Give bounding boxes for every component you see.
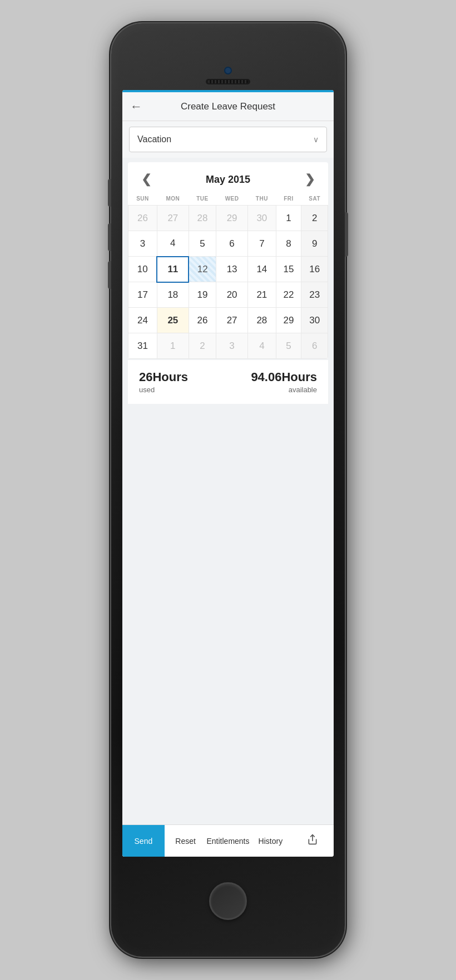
calendar-day-cell[interactable]: 22 — [276, 282, 301, 308]
calendar-day-cell[interactable]: 1 — [276, 206, 301, 231]
calendar-month-title: May 2015 — [206, 174, 250, 186]
calendar-day-cell[interactable]: 30 — [248, 206, 276, 231]
calendar-day-cell[interactable]: 18 — [157, 282, 189, 308]
entitlements-button[interactable]: Entitlements — [206, 825, 249, 857]
available-label: available — [251, 386, 317, 394]
calendar-week-row: 3456789 — [128, 231, 328, 257]
calendar-day-cell[interactable]: 26 — [128, 206, 157, 231]
weekday-sat: SAT — [301, 193, 328, 206]
calendar-day-cell[interactable]: 7 — [248, 231, 276, 257]
home-button[interactable] — [209, 882, 247, 920]
calendar-day-cell[interactable]: 26 — [189, 308, 216, 333]
calendar-day-cell[interactable]: 3 — [216, 333, 248, 359]
leave-type-dropdown[interactable]: Vacation ∨ — [129, 127, 327, 152]
chevron-down-icon: ∨ — [313, 135, 319, 144]
calendar-day-cell[interactable]: 16 — [301, 257, 328, 282]
page-title: Create Leave Request — [181, 101, 275, 112]
calendar-day-cell[interactable]: 11 — [157, 257, 189, 282]
calendar-day-cell[interactable]: 10 — [128, 257, 157, 282]
calendar-day-cell[interactable]: 29 — [276, 308, 301, 333]
history-button[interactable]: History — [250, 825, 292, 857]
calendar-week-row: 24252627282930 — [128, 308, 328, 333]
calendar-day-cell[interactable]: 24 — [128, 308, 157, 333]
calendar-day-cell[interactable]: 19 — [189, 282, 216, 308]
bottom-toolbar: Send Reset Entitlements History — [122, 824, 334, 857]
weekday-thu: THU — [248, 193, 276, 206]
phone-frame: ← Create Leave Request Vacation ∨ ❮ May … — [111, 23, 345, 957]
back-button[interactable]: ← — [130, 99, 142, 114]
calendar-day-cell[interactable]: 15 — [276, 257, 301, 282]
calendar-day-cell[interactable]: 6 — [301, 333, 328, 359]
available-number: 94.06Hours — [251, 370, 317, 384]
calendar-day-cell[interactable]: 27 — [157, 206, 189, 231]
calendar-day-cell[interactable]: 5 — [276, 333, 301, 359]
calendar-day-cell[interactable]: 21 — [248, 282, 276, 308]
send-button[interactable]: Send — [122, 825, 165, 857]
calendar-day-cell[interactable]: 29 — [216, 206, 248, 231]
phone-bottom-bar — [111, 857, 345, 946]
app-header: ← Create Leave Request — [122, 92, 334, 121]
calendar-day-cell[interactable]: 2 — [189, 333, 216, 359]
calendar-week-row: 10111213141516 — [128, 257, 328, 282]
weekday-mon: MON — [157, 193, 189, 206]
next-month-button[interactable]: ❯ — [300, 170, 319, 189]
share-button[interactable] — [291, 825, 334, 857]
calendar-body: 2627282930123456789101112131415161718192… — [128, 206, 328, 359]
back-arrow-icon: ← — [130, 99, 142, 114]
used-label: used — [139, 386, 188, 394]
phone-top-bar — [111, 23, 345, 90]
calendar-day-cell[interactable]: 3 — [128, 231, 157, 257]
used-stat: 26Hours used — [139, 370, 188, 394]
leave-type-container: Vacation ∨ — [122, 121, 334, 158]
app-container: ← Create Leave Request Vacation ∨ ❮ May … — [122, 90, 334, 857]
calendar-day-cell[interactable]: 28 — [248, 308, 276, 333]
calendar-day-cell[interactable]: 12 — [189, 257, 216, 282]
calendar-day-cell[interactable]: 1 — [157, 333, 189, 359]
calendar-day-cell[interactable]: 9 — [301, 231, 328, 257]
share-icon — [307, 834, 318, 848]
calendar-day-cell[interactable]: 6 — [216, 231, 248, 257]
calendar-week-row: 262728293012 — [128, 206, 328, 231]
speaker-grille — [206, 79, 250, 84]
calendar-grid: SUN MON TUE WED THU FRI SAT 262728293012… — [128, 193, 328, 359]
calendar-day-cell[interactable]: 30 — [301, 308, 328, 333]
calendar-nav: ❮ May 2015 ❯ — [128, 162, 328, 193]
calendar-week-row: 31123456 — [128, 333, 328, 359]
calendar-day-cell[interactable]: 14 — [248, 257, 276, 282]
calendar-weekdays-row: SUN MON TUE WED THU FRI SAT — [128, 193, 328, 206]
calendar-day-cell[interactable]: 23 — [301, 282, 328, 308]
calendar-white-box: ❮ May 2015 ❯ SUN MON TUE WED THU — [128, 162, 328, 359]
calendar-week-row: 17181920212223 — [128, 282, 328, 308]
phone-screen: ← Create Leave Request Vacation ∨ ❮ May … — [122, 90, 334, 857]
camera-sensor — [224, 67, 232, 74]
calendar-day-cell[interactable]: 5 — [189, 231, 216, 257]
available-stat: 94.06Hours available — [251, 370, 317, 394]
calendar-day-cell[interactable]: 8 — [276, 231, 301, 257]
calendar-day-cell[interactable]: 28 — [189, 206, 216, 231]
weekday-sun: SUN — [128, 193, 157, 206]
weekday-wed: WED — [216, 193, 248, 206]
calendar-day-cell[interactable]: 4 — [248, 333, 276, 359]
calendar-day-cell[interactable]: 31 — [128, 333, 157, 359]
stats-row: 26Hours used 94.06Hours available — [128, 360, 328, 404]
calendar-container: ❮ May 2015 ❯ SUN MON TUE WED THU — [122, 158, 334, 824]
reset-button[interactable]: Reset — [165, 825, 207, 857]
dropdown-selected-value: Vacation — [137, 134, 171, 144]
calendar-day-cell[interactable]: 4 — [157, 231, 189, 257]
calendar-day-cell[interactable]: 27 — [216, 308, 248, 333]
calendar-day-cell[interactable]: 13 — [216, 257, 248, 282]
used-number: 26Hours — [139, 370, 188, 384]
calendar-day-cell[interactable]: 25 — [157, 308, 189, 333]
calendar-day-cell[interactable]: 2 — [301, 206, 328, 231]
calendar-day-cell[interactable]: 17 — [128, 282, 157, 308]
weekday-fri: FRI — [276, 193, 301, 206]
calendar-day-cell[interactable]: 20 — [216, 282, 248, 308]
weekday-tue: TUE — [189, 193, 216, 206]
prev-month-button[interactable]: ❮ — [137, 170, 156, 189]
